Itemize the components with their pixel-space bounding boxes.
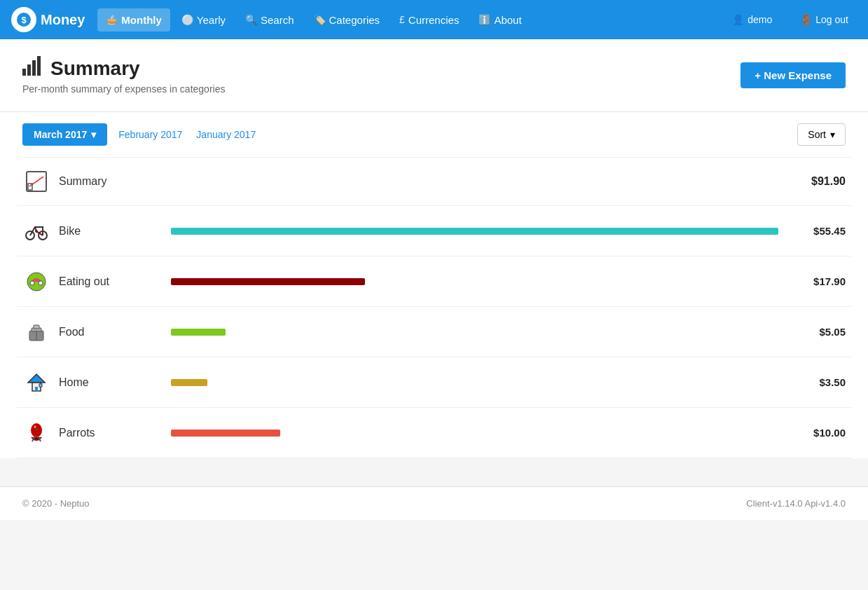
footer-version: Client-v1.14.0 Api-v1.4.0: [746, 498, 846, 509]
home-icon: [22, 369, 50, 397]
svg-rect-22: [39, 384, 42, 387]
nav-demo-label: demo: [748, 14, 772, 25]
footer-copyright: © 2020 - Neptuo: [22, 498, 90, 509]
nav-right: 👤 demo 🚪 Log out: [724, 8, 857, 31]
page-subtitle: Per-month summary of expenses in categor…: [22, 83, 225, 95]
page-title: Summary: [22, 56, 225, 81]
bike-svg-icon: [25, 220, 48, 242]
bike-icon: [22, 217, 50, 245]
search-icon: 🔍: [245, 14, 257, 25]
sort-button[interactable]: Sort ▾: [797, 123, 846, 146]
month-link-feb[interactable]: February 2017: [116, 123, 185, 146]
new-expense-button[interactable]: + New Expense: [740, 62, 846, 88]
category-bar-area-eating: [171, 278, 790, 285]
nav-item-monthly-label: Monthly: [121, 14, 162, 26]
parrot-svg-icon: [25, 422, 48, 444]
category-bar-area-parrots: [171, 430, 790, 437]
nav-brand[interactable]: $ Money: [11, 7, 85, 32]
category-bar-area-food: [171, 329, 790, 336]
nav-item-about-label: About: [494, 14, 521, 26]
category-row-food: Food $5.05: [17, 307, 851, 357]
sort-label: Sort: [808, 129, 826, 140]
food-icon: [22, 318, 50, 346]
nav-logout[interactable]: 🚪 Log out: [792, 8, 857, 31]
summary-row-amount: $91.90: [811, 175, 846, 188]
brand-logo-icon: $: [16, 12, 32, 27]
month-bar: March 2017 ▾ February 2017 January 2017 …: [17, 112, 851, 158]
category-row-parrots: Parrots $10.00: [17, 408, 851, 458]
nav-item-yearly-label: Yearly: [197, 14, 226, 26]
category-name-parrots: Parrots: [59, 427, 171, 439]
category-row-home: Home $3.50: [17, 357, 851, 408]
page-title-text: Summary: [50, 57, 140, 80]
svg-rect-21: [35, 387, 38, 391]
month-link-jan-label: January 2017: [196, 129, 256, 140]
about-icon: ℹ️: [478, 14, 490, 25]
svg-rect-5: [37, 56, 41, 76]
logout-icon: 🚪: [800, 14, 812, 25]
category-amount-bike: $55.45: [790, 225, 846, 237]
category-amount-food: $5.05: [790, 326, 846, 338]
nav-item-search-label: Search: [261, 14, 294, 26]
parrot-icon: [22, 419, 50, 447]
summary-row: Summary $91.90: [17, 158, 851, 206]
category-list: Summary $91.90 Bike $55.45: [17, 158, 851, 458]
category-amount-home: $3.50: [790, 376, 846, 388]
page-title-area: Summary Per-month summary of expenses in…: [22, 56, 225, 95]
brand-label: Money: [41, 12, 85, 28]
yearly-icon: ⚪: [181, 14, 193, 25]
svg-rect-4: [32, 60, 36, 76]
new-expense-label: + New Expense: [755, 69, 832, 81]
nav-items: 🥧 Monthly ⚪ Yearly 🔍 Search 🏷️ Categorie…: [97, 8, 724, 32]
active-month-button[interactable]: March 2017 ▾: [22, 123, 107, 146]
footer: © 2020 - Neptuo Client-v1.14.0 Api-v1.4.…: [0, 486, 868, 520]
month-link-jan[interactable]: January 2017: [193, 123, 259, 146]
category-bar-eating: [171, 278, 365, 285]
category-bar-parrots: [171, 430, 280, 437]
category-bar-bike: [171, 228, 778, 235]
nav-item-currencies[interactable]: £ Currencies: [391, 8, 467, 32]
category-row-bike: Bike $55.45: [17, 206, 851, 256]
category-name-home: Home: [59, 376, 171, 389]
svg-rect-17: [34, 325, 39, 329]
category-amount-parrots: $10.00: [790, 427, 846, 439]
sort-dropdown-icon: ▾: [830, 129, 835, 140]
category-name-bike: Bike: [59, 225, 171, 238]
summary-icon: [22, 167, 50, 195]
category-bar-home: [171, 379, 207, 386]
monthly-icon: 🥧: [106, 14, 118, 25]
active-month-label: March 2017: [34, 129, 87, 140]
nav-item-about[interactable]: ℹ️ About: [470, 8, 530, 32]
nav-item-categories[interactable]: 🏷️ Categories: [305, 8, 389, 32]
category-name-food: Food: [59, 326, 171, 338]
nav-item-yearly[interactable]: ⚪ Yearly: [173, 8, 234, 32]
category-amount-eating: $17.90: [790, 275, 846, 287]
currencies-icon: £: [399, 14, 405, 25]
eating-icon: [22, 268, 50, 296]
svg-point-14: [39, 281, 43, 285]
category-name-eating: Eating out: [59, 275, 171, 288]
summary-chart-icon: [26, 171, 47, 192]
category-row-eating: Eating out $17.90: [17, 256, 851, 307]
svg-line-7: [29, 177, 43, 186]
month-link-feb-label: February 2017: [118, 129, 182, 140]
svg-text:$: $: [21, 15, 27, 25]
chart-bar-icon: [22, 56, 43, 76]
month-bar-right: Sort ▾: [797, 123, 846, 146]
navigation: $ Money 🥧 Monthly ⚪ Yearly 🔍 Search 🏷️ C…: [0, 0, 868, 39]
summary-row-name: Summary: [59, 175, 811, 188]
svg-point-13: [30, 281, 34, 285]
brand-logo: $: [11, 7, 36, 32]
eating-svg-icon: [25, 270, 48, 293]
user-icon: 👤: [732, 14, 744, 25]
nav-item-monthly[interactable]: 🥧 Monthly: [97, 8, 170, 32]
nav-demo[interactable]: 👤 demo: [724, 8, 780, 31]
nav-logout-label: Log out: [815, 14, 848, 25]
category-bar-area-home: [171, 379, 790, 386]
dropdown-arrow-icon: ▾: [91, 129, 96, 140]
svg-point-11: [35, 230, 38, 233]
categories-icon: 🏷️: [314, 14, 326, 25]
svg-point-26: [34, 426, 35, 427]
nav-item-search[interactable]: 🔍 Search: [237, 8, 303, 32]
category-bar-food: [171, 329, 226, 336]
